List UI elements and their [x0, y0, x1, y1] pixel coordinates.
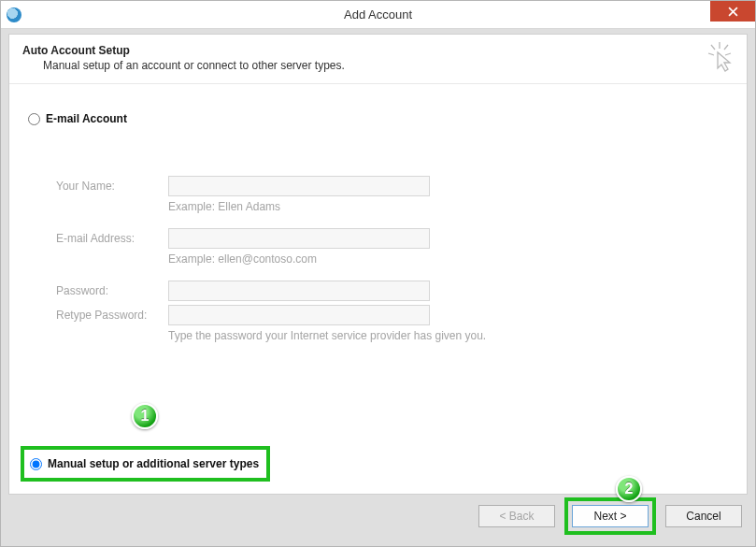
close-icon	[728, 7, 738, 17]
callout-highlight-2: Next >	[564, 497, 656, 535]
svg-line-4	[725, 53, 731, 55]
your-name-hint: Example: Ellen Adams	[168, 200, 728, 213]
app-icon	[7, 7, 21, 22]
add-account-window: Add Account Auto Account Setup Manual se…	[0, 0, 756, 547]
your-name-input	[168, 176, 430, 196]
radio-manual-setup-input[interactable]	[30, 458, 42, 470]
callout-badge-2: 2	[616, 476, 642, 502]
retype-password-label: Retype Password:	[56, 309, 168, 322]
svg-line-3	[708, 53, 714, 55]
password-hint: Type the password your Internet service …	[168, 329, 728, 342]
email-address-label: E-mail Address:	[56, 232, 168, 245]
radio-email-account-label: E-mail Account	[46, 112, 127, 125]
svg-line-6	[724, 45, 728, 50]
radio-email-account-input[interactable]	[28, 113, 40, 125]
wizard-title: Auto Account Setup	[22, 44, 734, 57]
your-name-label: Your Name:	[56, 180, 168, 193]
callout-badge-1: 1	[132, 403, 158, 429]
retype-password-input	[168, 305, 430, 325]
radio-email-account[interactable]: E-mail Account	[28, 110, 728, 127]
cursor-icon	[706, 42, 734, 77]
email-address-hint: Example: ellen@contoso.com	[168, 252, 728, 266]
close-button[interactable]	[710, 1, 755, 22]
wizard-subtitle: Manual setup of an account or connect to…	[43, 59, 734, 72]
cancel-button[interactable]: Cancel	[665, 505, 742, 527]
radio-manual-setup-label: Manual setup or additional server types	[48, 457, 259, 470]
svg-line-5	[711, 45, 715, 50]
titlebar: Add Account	[1, 1, 755, 29]
next-button[interactable]: Next >	[572, 505, 649, 527]
radio-manual-setup[interactable]: Manual setup or additional server types	[30, 455, 259, 472]
callout-highlight-1: Manual setup or additional server types	[21, 446, 270, 482]
wizard-content: Auto Account Setup Manual setup of an ac…	[8, 34, 748, 495]
wizard-header: Auto Account Setup Manual setup of an ac…	[9, 35, 747, 84]
back-button: < Back	[478, 505, 555, 527]
email-address-input	[168, 228, 430, 249]
wizard-body: E-mail Account Your Name: Example: Ellen…	[9, 84, 747, 491]
wizard-footer: < Back Next > Cancel	[478, 497, 742, 535]
window-title: Add Account	[1, 7, 755, 22]
fields-group: Your Name: Example: Ellen Adams E-mail A…	[56, 176, 728, 342]
password-input	[168, 281, 430, 301]
password-label: Password:	[56, 284, 168, 297]
